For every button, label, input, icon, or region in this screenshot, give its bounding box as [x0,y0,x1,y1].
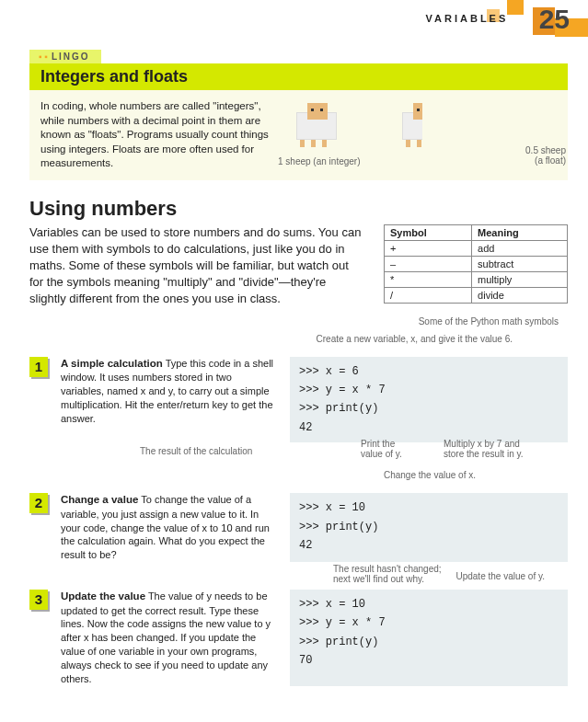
lingo-body-text: In coding, whole numbers are called "int… [40,99,271,171]
table-caption: Some of the Python math symbols [384,316,568,327]
annot-step1-left: The result of the calculation [140,446,252,456]
page-number: 25 [539,4,570,35]
lingo-tab: ▪ ▪LINGO [29,50,101,63]
section-label: VARIABLES [426,13,509,24]
step-num-2: 2 [29,493,48,513]
annot-step1-right: Multiply x by 7 and store the result in … [444,439,524,459]
section-title: Using numbers [29,197,568,221]
step-3-title: Update the value [61,590,145,602]
sheep-caption-2: 0.5 sheep(a float) [525,145,566,166]
lingo-tab-label: LINGO [52,52,90,62]
annot-step2-top: Change the value of x. [0,470,476,480]
lingo-title: Integers and floats [29,63,568,90]
code-block-2: >>> x = 10 >>> print(y) 42 [290,493,568,562]
lingo-box: ▪ ▪LINGO Integers and floats In coding, … [29,50,568,180]
step-2-title: Change a value [61,494,138,505]
step-1: 1 A simple calculation Type this code in… [29,357,568,443]
sheep-whole [289,99,344,145]
annot-step1-mid: Print the value of y. [361,439,402,459]
th-meaning: Meaning [472,224,568,240]
sheep-half [395,99,450,145]
step-num-3: 3 [29,590,48,610]
sheep-caption-1: 1 sheep (an integer) [278,156,361,166]
annot-step2-bottom: The result hasn't changed; next we'll fi… [333,564,442,584]
intro-text: Variables can be used to store numbers a… [29,224,365,327]
step-1-title: A simple calculation [61,358,163,369]
step-num-1: 1 [29,357,48,377]
code-block-1: >>> x = 6 >>> y = x * 7 >>> print(y) 42 [290,357,568,443]
step-3-body: The value of y needs to be updated to ge… [61,590,271,684]
code-block-3: >>> x = 10 >>> y = x * 7 >>> print(y) 70 [290,590,568,686]
annot-step1-top: Create a new variable, x, and give it th… [0,334,513,344]
step-3: 3 Update the value The value of y needs … [29,590,568,686]
annot-step3-right: Update the value of y. [455,571,545,581]
th-symbol: Symbol [385,224,472,240]
step-2: 2 Change a value To change the value of … [29,493,568,562]
sheep-illustration: 1 sheep (an integer) 0.5 sheep(a float) [280,99,557,171]
symbol-table: SymbolMeaning +add –subtract *multiply /… [384,224,568,304]
